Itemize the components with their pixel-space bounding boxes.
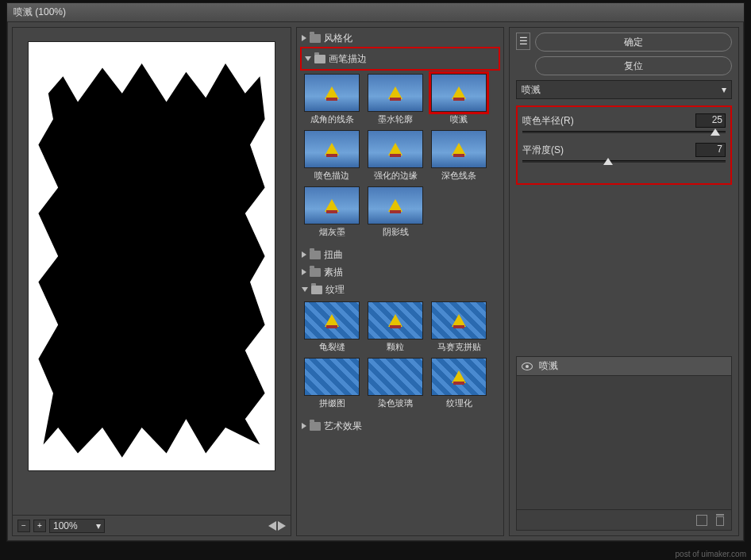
category-stylize[interactable]: 风格化 <box>300 29 500 47</box>
thumb-craquelure[interactable]: 龟裂缝 <box>302 301 362 353</box>
category-label: 素描 <box>324 266 343 279</box>
category-label: 风格化 <box>324 32 352 45</box>
folder-icon <box>310 422 321 431</box>
thumb-ink-outlines[interactable]: 墨水轮廓 <box>365 74 426 125</box>
effect-layers-panel: 喷溅 <box>516 356 732 531</box>
filter-select-value: 喷溅 <box>522 83 541 97</box>
preview-image <box>29 42 275 470</box>
reset-button[interactable]: 复位 <box>535 56 732 75</box>
thumb-texturizer[interactable]: 纹理化 <box>429 358 489 409</box>
preview-spatter-shape <box>29 42 275 470</box>
radius-slider[interactable] <box>522 131 726 133</box>
category-brush[interactable]: 画笔描边 <box>303 50 497 67</box>
slider-group: 喷色半径(R) 25 平滑度(S) 7 <box>516 105 732 185</box>
thumb-grain[interactable]: 颗粒 <box>365 301 426 353</box>
zoom-in-button[interactable]: + <box>33 520 46 532</box>
radius-label: 喷色半径(R) <box>522 114 574 128</box>
ok-button[interactable]: 确定 <box>535 33 732 52</box>
prev-filter-button[interactable] <box>268 521 276 531</box>
controls-top: ☰ 确定 复位 喷溅 ▾ 喷色半径(R) 25 <box>516 33 732 185</box>
category-label: 纹理 <box>325 283 345 297</box>
category-artistic[interactable]: 艺术效果 <box>300 417 500 435</box>
preview-nav <box>268 521 286 531</box>
thumb-patchwork[interactable]: 拼缀图 <box>302 358 362 409</box>
thumb-mosaic-tiles[interactable]: 马赛克拼贴 <box>429 301 489 353</box>
category-label: 扭曲 <box>324 248 343 262</box>
preview-panel: − + 100% ▾ <box>12 27 291 536</box>
disclosure-closed-icon <box>302 269 306 275</box>
effect-layer-label: 喷溅 <box>539 359 558 373</box>
disclosure-open-icon <box>305 56 311 61</box>
folder-open-icon <box>314 55 325 63</box>
filter-gallery[interactable]: 风格化 画笔描边 成角的线条 墨水轮廓 喷溅 喷色描边 强化的边缘 深色线条 烟… <box>296 27 504 536</box>
category-distort[interactable]: 扭曲 <box>300 246 500 263</box>
radius-row: 喷色半径(R) 25 <box>522 113 726 128</box>
filter-select[interactable]: 喷溅 ▾ <box>516 80 732 99</box>
zoom-out-button[interactable]: − <box>17 520 30 532</box>
radius-value-input[interactable]: 25 <box>695 113 726 128</box>
category-sketch[interactable]: 素描 <box>300 263 500 281</box>
thumb-angled-strokes[interactable]: 成角的线条 <box>302 74 362 125</box>
chevron-down-icon: ▾ <box>722 84 726 95</box>
folder-icon <box>310 251 321 259</box>
thumb-crosshatch[interactable]: 阴影线 <box>365 186 426 238</box>
category-label: 艺术效果 <box>324 420 362 433</box>
folder-open-icon <box>311 286 322 294</box>
effect-layers-footer <box>517 509 731 530</box>
watermark: post of uimaker.com <box>676 550 746 558</box>
zoom-select[interactable]: 100% ▾ <box>49 519 105 533</box>
folder-icon <box>310 268 321 277</box>
window-body: − + 100% ▾ 风格化 <box>7 22 744 541</box>
controls-panel: ☰ 确定 复位 喷溅 ▾ 喷色半径(R) 25 <box>509 27 739 536</box>
disclosure-closed-icon <box>302 251 306 258</box>
thumb-sumie[interactable]: 烟灰墨 <box>302 186 362 238</box>
texture-thumb-grid: 龟裂缝 颗粒 马赛克拼贴 拼缀图 染色玻璃 纹理化 <box>300 298 500 417</box>
new-effect-layer-button[interactable] <box>696 515 707 526</box>
slider-handle-icon[interactable] <box>711 128 720 136</box>
next-filter-button[interactable] <box>278 521 286 531</box>
thumb-dark-strokes[interactable]: 深色线条 <box>429 130 489 182</box>
category-texture[interactable]: 纹理 <box>300 281 500 298</box>
smooth-value-input[interactable]: 7 <box>695 143 726 157</box>
brush-thumb-grid: 成角的线条 墨水轮廓 喷溅 喷色描边 强化的边缘 深色线条 烟灰墨 阴影线 <box>300 71 500 246</box>
folder-icon <box>310 34 321 43</box>
slider-handle-icon[interactable] <box>603 158 613 165</box>
disclosure-open-icon <box>302 287 308 292</box>
effect-layer-row[interactable]: 喷溅 <box>517 357 731 376</box>
visibility-eye-icon[interactable] <box>522 362 533 370</box>
preview-footer: − + 100% ▾ <box>13 515 291 535</box>
chevron-down-icon: ▾ <box>96 520 101 531</box>
thumb-accented-edges[interactable]: 强化的边缘 <box>365 130 426 182</box>
category-brush-highlight: 画笔描边 <box>300 47 500 71</box>
disclosure-closed-icon <box>302 423 306 429</box>
smooth-row: 平滑度(S) 7 <box>522 143 726 157</box>
zoom-value: 100% <box>53 520 78 531</box>
smooth-slider[interactable] <box>522 160 726 163</box>
delete-effect-layer-button[interactable] <box>715 515 725 526</box>
titlebar[interactable]: 喷溅 (100%) <box>7 3 744 22</box>
toggle-gallery-button[interactable]: ☰ <box>516 33 530 50</box>
thumb-sprayed-strokes[interactable]: 喷色描边 <box>302 130 362 182</box>
smooth-label: 平滑度(S) <box>522 144 564 157</box>
category-label: 画笔描边 <box>329 52 367 66</box>
filter-gallery-window: 喷溅 (100%) − + 100% ▾ <box>6 2 745 542</box>
disclosure-closed-icon <box>302 35 306 41</box>
preview-canvas[interactable] <box>13 28 291 515</box>
window-title: 喷溅 (100%) <box>13 6 66 19</box>
thumb-spatter[interactable]: 喷溅 <box>429 74 489 125</box>
thumb-stained-glass[interactable]: 染色玻璃 <box>365 358 426 409</box>
